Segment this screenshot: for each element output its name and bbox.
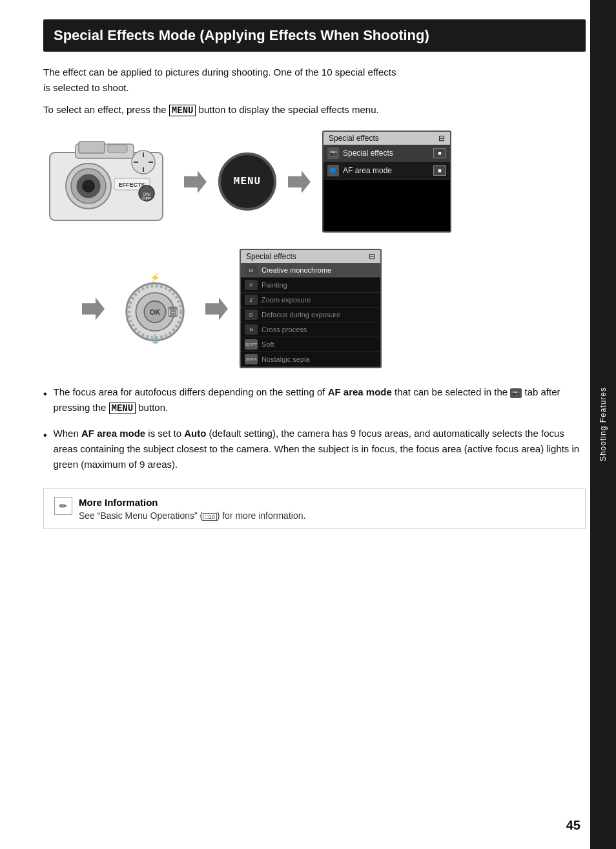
- af-icon: 🔵: [327, 165, 339, 176]
- bottom-screen: Special effects ⊟ M Creative monochrome …: [240, 249, 382, 368]
- screen-row-af-area: 🔵 AF area mode ■: [323, 162, 450, 180]
- svg-rect-3: [108, 145, 127, 152]
- svg-text:⚡: ⚡: [150, 273, 161, 283]
- camera-illustration: EFFECTS ON/ OFF: [43, 136, 172, 227]
- more-info-content: More Information See “Basic Menu Operati…: [79, 497, 305, 521]
- sidebar-label: Shooting Features: [599, 387, 608, 461]
- page-title: Special Effects Mode (Applying Effects W…: [54, 27, 575, 44]
- effect-icon-0: M: [245, 265, 258, 275]
- effect-row-4: ✕ Cross process: [241, 322, 380, 337]
- screen-row-special-effects: 📷 Special effects ■: [323, 145, 450, 162]
- svg-text:OK: OK: [150, 308, 161, 316]
- effect-icon-1: P: [245, 280, 258, 290]
- svg-text:ON/: ON/: [143, 192, 151, 196]
- bullets-section: • The focus area for autofocus differs d…: [43, 384, 586, 472]
- effect-row-1: P Painting: [241, 278, 380, 293]
- intro-paragraph-1: The effect can be applied to pictures du…: [43, 65, 586, 96]
- effect-row-5: SOFT Soft: [241, 337, 380, 352]
- svg-point-7: [82, 180, 95, 193]
- pencil-icon: ✏: [54, 497, 72, 515]
- right-sidebar: Shooting Features: [590, 0, 616, 849]
- title-bar: Special Effects Mode (Applying Effects W…: [43, 19, 586, 52]
- effects-icon: 📷: [327, 147, 339, 159]
- effect-row-2: Z Zoom exposure: [241, 293, 380, 308]
- bullet-2: • When AF area mode is set to Auto (defa…: [43, 426, 586, 472]
- bottom-diagram-row: ⚡ OK [↔] ⚓: [82, 249, 586, 368]
- more-info-box: ✏ More Information See “Basic Menu Opera…: [43, 488, 586, 529]
- arrow-1: [184, 171, 207, 193]
- intro-paragraph-2: To select an effect, press the MENU butt…: [43, 102, 586, 118]
- arrow-3: [82, 297, 105, 320]
- diagram-section: EFFECTS ON/ OFF MENU Special effects ⊟: [43, 131, 586, 368]
- effect-row-3: D Defocus during exposure: [241, 308, 380, 322]
- top-screen: Special effects ⊟ 📷 Special effects ■ 🔵 …: [322, 131, 451, 233]
- menu-keyword-2: MENU: [109, 403, 136, 414]
- svg-text:OFF: OFF: [142, 196, 151, 201]
- screen-bottom-header: Special effects ⊟: [241, 250, 380, 263]
- bullet-1: • The focus area for autofocus differs d…: [43, 384, 586, 415]
- arrow-4: [205, 297, 228, 320]
- screen-top-header: Special effects ⊟: [323, 132, 450, 145]
- effect-row-6: SEPIA Nostalgic sepia: [241, 352, 380, 367]
- svg-text:EFFECTS: EFFECTS: [118, 182, 145, 188]
- svg-text:[↔]: [↔]: [169, 309, 177, 315]
- svg-text:⚓: ⚓: [150, 334, 161, 344]
- page-number: 45: [566, 818, 580, 833]
- effect-icon-5: SOFT: [245, 339, 258, 350]
- effect-icon-6: SEPIA: [245, 354, 258, 364]
- effect-icon-4: ✕: [245, 324, 258, 335]
- effect-icon-3: D: [245, 309, 258, 320]
- arrow-2: [288, 171, 311, 193]
- effect-row-0: M Creative monochrome: [241, 263, 380, 278]
- svg-rect-2: [79, 142, 105, 153]
- menu-keyword-1: MENU: [169, 105, 196, 116]
- effect-icon-2: Z: [245, 295, 258, 305]
- menu-button-circle: MENU: [218, 152, 276, 211]
- top-diagram-row: EFFECTS ON/ OFF MENU Special effects ⊟: [43, 131, 586, 233]
- ok-dial: ⚡ OK [↔] ⚓: [116, 273, 194, 344]
